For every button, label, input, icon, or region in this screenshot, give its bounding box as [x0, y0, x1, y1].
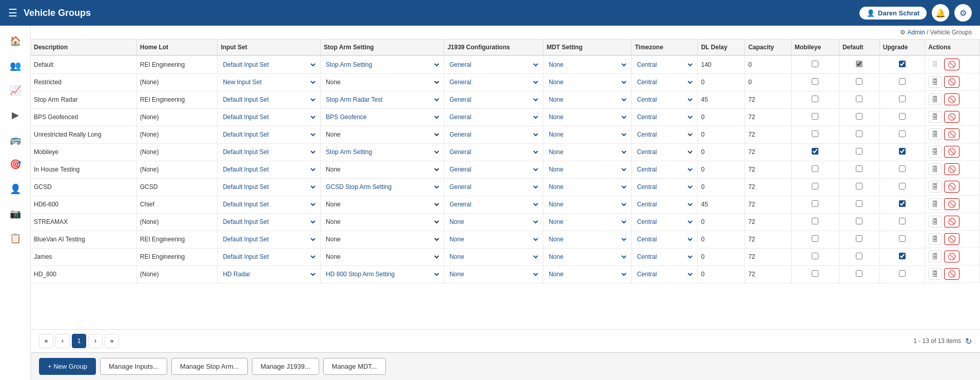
cell-default[interactable] [839, 91, 879, 108]
cell-timezone[interactable]: Central [632, 55, 698, 73]
cell-mobileye[interactable] [791, 248, 839, 265]
cell-mdt[interactable]: None [543, 91, 632, 108]
mobileye-checkbox[interactable] [812, 130, 818, 137]
cell-mdt[interactable]: None [543, 55, 632, 73]
cell-stop-arm[interactable]: None [321, 231, 444, 248]
cell-stop-arm[interactable]: GCSD Stop Arm Setting [321, 178, 444, 196]
default-checkbox[interactable] [856, 130, 863, 137]
timezone-select[interactable]: Central [635, 218, 694, 226]
cell-default[interactable] [839, 231, 879, 248]
cell-default[interactable] [839, 213, 879, 231]
stop-arm-select[interactable]: None [324, 218, 441, 226]
cell-timezone[interactable]: Central [632, 248, 698, 265]
sidebar-item-bus[interactable]: 🚌 [5, 129, 26, 150]
manage-j1939-button[interactable]: Manage J1939... [252, 358, 319, 375]
cell-j1939[interactable]: General [444, 55, 543, 73]
mdt-select[interactable]: None [546, 270, 628, 278]
j1939-select[interactable]: General [447, 200, 540, 208]
delete-button[interactable]: 🚫 [944, 128, 959, 140]
mobileye-checkbox[interactable] [812, 113, 818, 120]
timezone-select[interactable]: Central [635, 130, 694, 139]
sidebar-item-person[interactable]: 👤 [5, 179, 26, 199]
mdt-select[interactable]: None [546, 235, 628, 243]
cell-stop-arm[interactable]: BPS Geofence [321, 108, 444, 126]
default-checkbox[interactable] [856, 235, 863, 242]
cell-j1939[interactable]: None [444, 248, 543, 265]
cell-stop-arm[interactable]: None [321, 126, 444, 143]
notification-button[interactable]: 🔔 [932, 4, 949, 22]
delete-button[interactable]: 🚫 [944, 198, 959, 210]
input-set-select[interactable]: Default Input Set [221, 130, 317, 139]
cell-mobileye[interactable] [791, 91, 839, 108]
cell-stop-arm[interactable]: None [321, 248, 444, 265]
mobileye-checkbox[interactable] [812, 253, 818, 259]
mobileye-checkbox[interactable] [812, 270, 818, 277]
j1939-select[interactable]: General [447, 113, 540, 121]
upgrade-checkbox[interactable] [899, 130, 906, 137]
manage-mdt-button[interactable]: Manage MDT... [323, 358, 386, 375]
mdt-select[interactable]: None [546, 78, 628, 86]
input-set-select[interactable]: Default Input Set [221, 61, 317, 69]
cell-stop-arm[interactable]: None [321, 161, 444, 178]
cell-timezone[interactable]: Central [632, 126, 698, 143]
cell-j1939[interactable]: General [444, 143, 543, 161]
cell-upgrade[interactable] [879, 161, 925, 178]
j1939-select[interactable]: None [447, 253, 540, 261]
delete-button[interactable]: 🚫 [944, 163, 959, 175]
cell-default[interactable] [839, 265, 879, 283]
cell-input-set[interactable]: Default Input Set [218, 91, 321, 108]
cell-timezone[interactable]: Central [632, 143, 698, 161]
mobileye-checkbox[interactable] [812, 78, 818, 85]
cell-j1939[interactable]: General [444, 126, 543, 143]
mobileye-checkbox[interactable] [812, 218, 818, 224]
j1939-select[interactable]: General [447, 165, 540, 174]
cell-mdt[interactable]: None [543, 73, 632, 91]
input-set-select[interactable]: Default Input Set [221, 183, 317, 191]
cell-mdt[interactable]: None [543, 213, 632, 231]
mdt-select[interactable]: None [546, 165, 628, 174]
j1939-select[interactable]: None [447, 235, 540, 243]
cell-mdt[interactable]: None [543, 161, 632, 178]
cell-stop-arm[interactable]: Stop Arm Setting [321, 143, 444, 161]
stop-arm-select[interactable]: None [324, 130, 441, 139]
cell-default[interactable] [839, 143, 879, 161]
cell-upgrade[interactable] [879, 213, 925, 231]
j1939-select[interactable]: General [447, 96, 540, 104]
cell-mdt[interactable]: None [543, 126, 632, 143]
cell-j1939[interactable]: None [444, 231, 543, 248]
cell-mdt[interactable]: None [543, 248, 632, 265]
cell-default[interactable] [839, 108, 879, 126]
stop-arm-select[interactable]: BPS Geofence [324, 113, 441, 121]
delete-button[interactable]: 🚫 [944, 216, 959, 227]
cell-input-set[interactable]: Default Input Set [218, 161, 321, 178]
cell-default[interactable] [839, 126, 879, 143]
cell-j1939[interactable]: General [444, 73, 543, 91]
cell-upgrade[interactable] [879, 73, 925, 91]
cell-stop-arm[interactable]: None [321, 73, 444, 91]
sidebar-item-camera[interactable]: 📷 [5, 203, 26, 224]
cell-input-set[interactable]: Default Input Set [218, 178, 321, 196]
upgrade-checkbox[interactable] [899, 235, 906, 242]
cell-input-set[interactable]: Default Input Set [218, 196, 321, 213]
input-set-select[interactable]: Default Input Set [221, 235, 317, 243]
input-set-select[interactable]: Default Input Set [221, 165, 317, 174]
stop-arm-select[interactable]: GCSD Stop Arm Setting [324, 183, 441, 191]
pagination-next[interactable]: › [88, 334, 103, 348]
delete-button[interactable]: 🚫 [944, 268, 959, 280]
cell-default[interactable] [839, 178, 879, 196]
j1939-select[interactable]: General [447, 130, 540, 139]
cell-timezone[interactable]: Central [632, 161, 698, 178]
delete-button[interactable]: 🚫 [944, 146, 959, 158]
sidebar-item-contacts[interactable]: 👥 [5, 55, 26, 76]
j1939-select[interactable]: General [447, 78, 540, 86]
timezone-select[interactable]: Central [635, 270, 694, 278]
cell-mdt[interactable]: None [543, 108, 632, 126]
cell-upgrade[interactable] [879, 265, 925, 283]
cell-timezone[interactable]: Central [632, 73, 698, 91]
cell-stop-arm[interactable]: HD 800 Stop Arm Setting [321, 265, 444, 283]
cell-mobileye[interactable] [791, 178, 839, 196]
default-checkbox[interactable] [856, 270, 863, 277]
cell-timezone[interactable]: Central [632, 178, 698, 196]
cell-j1939[interactable]: General [444, 161, 543, 178]
input-set-select[interactable]: Default Input Set [221, 96, 317, 104]
